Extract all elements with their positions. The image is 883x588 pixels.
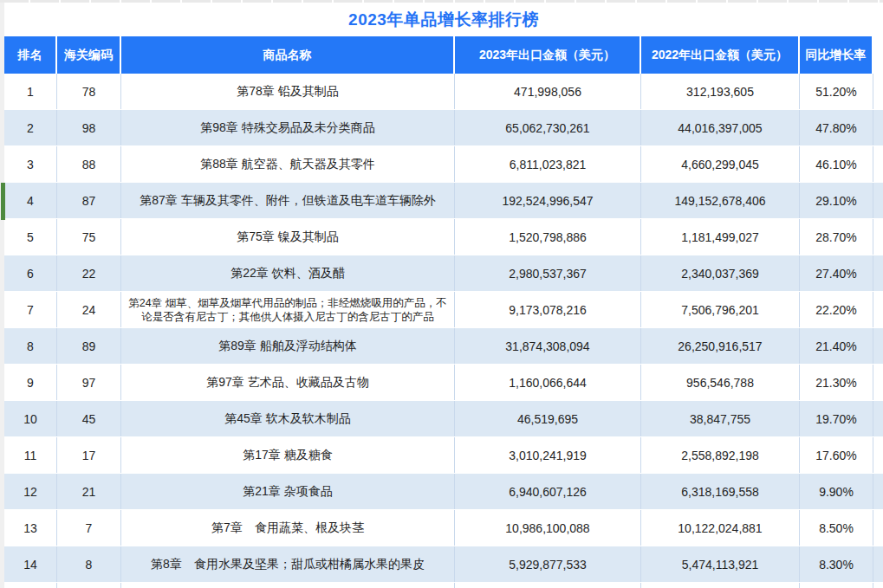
cell-growth-rate[interactable]: 47.80% xyxy=(800,110,873,145)
cell-product-name[interactable]: 第89章 船舶及浮动结构体 xyxy=(121,328,455,364)
cell-growth-rate[interactable]: 19.70% xyxy=(800,401,873,436)
cell-2022-amount[interactable]: 44,016,397,005 xyxy=(641,110,800,145)
header-growth-rate[interactable]: 同比增长率 xyxy=(800,36,873,74)
cell-product-name[interactable]: 第88章 航空器、航天器及其零件 xyxy=(121,146,455,182)
cell-2023-amount[interactable]: 46,519,695 xyxy=(455,401,641,436)
cell-customs-code[interactable]: 8 xyxy=(57,546,121,582)
cell-rank[interactable]: 9 xyxy=(4,365,57,400)
cell-2023-amount[interactable]: 65,062,730,261 xyxy=(455,110,641,145)
cell-2022-amount[interactable]: 38,847,755 xyxy=(641,401,800,436)
cell-growth-rate[interactable]: 27.40% xyxy=(800,255,873,291)
cell-2023-amount[interactable]: 192,524,996,547 xyxy=(455,183,641,218)
cell-2023-amount[interactable]: 1,160,066,644 xyxy=(455,365,641,400)
header-2022-amount[interactable]: 2022年出口金额（美元） xyxy=(641,36,800,74)
cell-cutoff-stub xyxy=(873,328,883,364)
cell-cutoff-stub xyxy=(873,110,883,145)
cell-customs-code[interactable]: 75 xyxy=(57,219,121,255)
cell-2022-amount[interactable]: 5,474,113,921 xyxy=(641,546,800,582)
cell-rank[interactable]: 1 xyxy=(4,74,57,109)
table-row: 8 89 第89章 船舶及浮动结构体 31,874,308,094 26,250… xyxy=(4,328,883,365)
cell-customs-code[interactable]: 21 xyxy=(57,474,121,509)
header-customs-code[interactable]: 海关编码 xyxy=(57,36,121,74)
cell-product-name[interactable]: 第87章 车辆及其零件、附件，但铁道及电车道车辆除外 xyxy=(121,183,455,218)
row-selection-indicator xyxy=(1,183,5,220)
cell-2023-amount[interactable]: 5,929,877,533 xyxy=(455,546,641,582)
cell-customs-code[interactable]: 17 xyxy=(57,437,121,473)
table-row: 5 75 第75章 镍及其制品 1,520,798,886 1,181,499,… xyxy=(4,219,883,255)
cell-rank[interactable]: 8 xyxy=(4,328,57,364)
cell-cutoff-stub xyxy=(873,183,883,218)
cell-rank[interactable]: 13 xyxy=(4,510,57,546)
partial-cell xyxy=(455,583,641,588)
cell-customs-code[interactable]: 88 xyxy=(57,146,121,182)
cell-rank[interactable]: 5 xyxy=(4,219,57,255)
cell-2023-amount[interactable]: 6,940,607,126 xyxy=(455,474,641,509)
cell-rank[interactable]: 10 xyxy=(4,401,57,436)
cell-growth-rate[interactable]: 46.10% xyxy=(800,146,873,182)
cell-product-name[interactable]: 第98章 特殊交易品及未分类商品 xyxy=(121,110,455,145)
header-rank[interactable]: 排名 xyxy=(4,36,57,74)
header-product-name[interactable]: 商品名称 xyxy=(121,36,455,74)
table-title-row: 2023年单品增长率排行榜 xyxy=(4,3,883,36)
ranking-table: 2023年单品增长率排行榜 排名 海关编码 商品名称 2023年出口金额（美元）… xyxy=(4,3,883,588)
cell-2022-amount[interactable]: 956,546,788 xyxy=(641,365,800,400)
cell-rank[interactable]: 12 xyxy=(4,474,57,509)
cell-product-name[interactable]: 第97章 艺术品、收藏品及古物 xyxy=(121,365,455,400)
cell-customs-code[interactable]: 87 xyxy=(57,183,121,218)
cell-2022-amount[interactable]: 1,181,499,027 xyxy=(641,219,800,255)
cell-product-name[interactable]: 第22章 饮料、酒及醋 xyxy=(121,255,455,291)
cell-growth-rate[interactable]: 22.20% xyxy=(800,292,873,327)
cell-product-name[interactable]: 第7章 食用蔬菜、根及块茎 xyxy=(121,510,455,546)
cell-product-name[interactable]: 第45章 软木及软木制品 xyxy=(121,401,455,436)
cell-growth-rate[interactable]: 51.20% xyxy=(800,74,873,109)
cell-2022-amount[interactable]: 26,250,916,517 xyxy=(641,328,800,364)
cell-customs-code[interactable]: 89 xyxy=(57,328,121,364)
cell-growth-rate[interactable]: 28.70% xyxy=(800,219,873,255)
cell-2022-amount[interactable]: 7,506,796,201 xyxy=(641,292,800,327)
cell-2022-amount[interactable]: 10,122,024,881 xyxy=(641,510,800,546)
cell-rank[interactable]: 2 xyxy=(4,110,57,145)
partial-cell xyxy=(800,583,873,588)
cell-product-name[interactable]: 第78章 铅及其制品 xyxy=(121,74,455,109)
cell-2022-amount[interactable]: 2,558,892,198 xyxy=(641,437,800,473)
cell-2023-amount[interactable]: 471,998,056 xyxy=(455,74,641,109)
header-2023-amount[interactable]: 2023年出口金额（美元） xyxy=(455,36,641,74)
cell-growth-rate[interactable]: 29.10% xyxy=(800,183,873,218)
cell-product-name[interactable]: 第8章 食用水果及坚果；甜瓜或柑橘属水果的果皮 xyxy=(121,546,455,582)
cell-2023-amount[interactable]: 10,986,100,088 xyxy=(455,510,641,546)
cell-2023-amount[interactable]: 2,980,537,367 xyxy=(455,255,641,291)
cell-growth-rate[interactable]: 21.30% xyxy=(800,365,873,400)
cell-customs-code[interactable]: 98 xyxy=(57,110,121,145)
cell-customs-code[interactable]: 7 xyxy=(57,510,121,546)
cell-rank[interactable]: 11 xyxy=(4,437,57,473)
cell-growth-rate[interactable]: 9.90% xyxy=(800,474,873,509)
cell-growth-rate[interactable]: 8.50% xyxy=(800,510,873,546)
cell-2022-amount[interactable]: 149,152,678,406 xyxy=(641,183,800,218)
cell-customs-code[interactable]: 78 xyxy=(57,74,121,109)
cell-rank[interactable]: 14 xyxy=(4,546,57,582)
cell-2022-amount[interactable]: 2,340,037,369 xyxy=(641,255,800,291)
cell-product-name[interactable]: 第21章 杂项食品 xyxy=(121,474,455,509)
cell-customs-code[interactable]: 22 xyxy=(57,255,121,291)
cell-2023-amount[interactable]: 31,874,308,094 xyxy=(455,328,641,364)
cell-product-name[interactable]: 第17章 糖及糖食 xyxy=(121,437,455,473)
cell-rank[interactable]: 6 xyxy=(4,255,57,291)
cell-customs-code[interactable]: 45 xyxy=(57,401,121,436)
cell-2023-amount[interactable]: 1,520,798,886 xyxy=(455,219,641,255)
cell-2022-amount[interactable]: 6,318,169,558 xyxy=(641,474,800,509)
cell-2022-amount[interactable]: 312,193,605 xyxy=(641,74,800,109)
cell-growth-rate[interactable]: 21.40% xyxy=(800,328,873,364)
cell-rank[interactable]: 3 xyxy=(4,146,57,182)
cell-customs-code[interactable]: 97 xyxy=(57,365,121,400)
cell-2022-amount[interactable]: 4,660,299,045 xyxy=(641,146,800,182)
cell-2023-amount[interactable]: 9,173,078,216 xyxy=(455,292,641,327)
cell-2023-amount[interactable]: 6,811,023,821 xyxy=(455,146,641,182)
cell-growth-rate[interactable]: 17.60% xyxy=(800,437,873,473)
cell-growth-rate[interactable]: 8.30% xyxy=(800,546,873,582)
cell-rank[interactable]: 4 xyxy=(4,183,57,218)
cell-rank[interactable]: 7 xyxy=(4,292,57,327)
cell-product-name[interactable]: 第75章 镍及其制品 xyxy=(121,219,455,255)
cell-product-name[interactable]: 第24章 烟草、烟草及烟草代用品的制品；非经燃烧吸用的产品，不论是否含有尼古丁；… xyxy=(121,292,455,327)
cell-customs-code[interactable]: 24 xyxy=(57,292,121,327)
cell-2023-amount[interactable]: 3,010,241,919 xyxy=(455,437,641,473)
